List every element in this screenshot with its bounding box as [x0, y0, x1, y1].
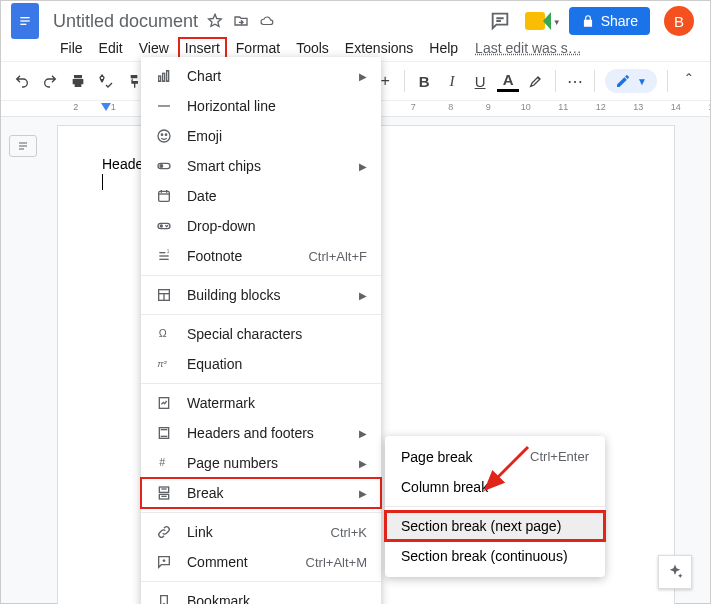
svg-point-17: [160, 225, 162, 227]
svg-rect-12: [159, 191, 170, 201]
break-icon: [155, 484, 173, 502]
svg-text:Ω: Ω: [159, 327, 167, 339]
insert-page-numbers[interactable]: #Page numbers▶: [141, 448, 381, 478]
menu-item-label: Date: [187, 188, 367, 204]
highlight-button[interactable]: [525, 70, 547, 92]
undo-icon[interactable]: [11, 70, 33, 92]
submenu-label: Section break (next page): [401, 518, 589, 534]
insert-headers-and-footers[interactable]: Headers and footers▶: [141, 418, 381, 448]
chart-icon: [155, 67, 173, 85]
insert-chart[interactable]: Chart▶: [141, 61, 381, 91]
pi-icon: π²: [155, 355, 173, 373]
chevron-right-icon: ▶: [359, 71, 367, 82]
share-button[interactable]: Share: [569, 7, 650, 35]
blocks-icon: [155, 286, 173, 304]
footnote-icon: 1: [155, 247, 173, 265]
italic-button[interactable]: I: [441, 70, 463, 92]
menu-shortcut: Ctrl+Alt+M: [306, 555, 367, 570]
insert-footnote[interactable]: 1FootnoteCtrl+Alt+F: [141, 241, 381, 271]
menu-item-label: Emoji: [187, 128, 367, 144]
insert-building-blocks[interactable]: Building blocks▶: [141, 280, 381, 310]
break-submenu: Page breakCtrl+EnterColumn breakSection …: [385, 436, 605, 577]
insert-date[interactable]: Date: [141, 181, 381, 211]
submenu-shortcut: Ctrl+Enter: [530, 449, 589, 465]
menu-shortcut: Ctrl+K: [331, 525, 367, 540]
insert-bookmark[interactable]: Bookmark: [141, 586, 381, 604]
explore-button[interactable]: [658, 555, 692, 589]
bold-button[interactable]: B: [413, 70, 435, 92]
menu-edit[interactable]: Edit: [92, 37, 130, 59]
submenu-label: Section break (continuous): [401, 548, 589, 564]
print-icon[interactable]: [67, 70, 89, 92]
insert-special-characters[interactable]: ΩSpecial characters: [141, 319, 381, 349]
insert-horizontal-line[interactable]: Horizontal line: [141, 91, 381, 121]
emoji-icon: [155, 127, 173, 145]
menu-item-label: Bookmark: [187, 593, 367, 604]
break-section-break-continuous-[interactable]: Section break (continuous): [385, 541, 605, 571]
hr-icon: [155, 97, 173, 115]
svg-point-11: [160, 165, 163, 168]
hash-icon: #: [155, 454, 173, 472]
menu-tools[interactable]: Tools: [289, 37, 336, 59]
star-icon[interactable]: [206, 12, 224, 30]
omega-icon: Ω: [155, 325, 173, 343]
menu-extensions[interactable]: Extensions: [338, 37, 420, 59]
docs-logo[interactable]: [11, 3, 39, 39]
date-icon: [155, 187, 173, 205]
menu-insert[interactable]: Insert: [178, 37, 227, 59]
insert-break[interactable]: Break▶: [141, 478, 381, 508]
dropdown-icon: [155, 217, 173, 235]
menu-item-label: Chart: [187, 68, 353, 84]
menu-file[interactable]: File: [53, 37, 90, 59]
insert-emoji[interactable]: Emoji: [141, 121, 381, 151]
menu-view[interactable]: View: [132, 37, 176, 59]
break-column-break[interactable]: Column break: [385, 472, 605, 502]
menu-item-label: Smart chips: [187, 158, 353, 174]
menu-item-label: Break: [187, 485, 353, 501]
break-page-break[interactable]: Page breakCtrl+Enter: [385, 442, 605, 472]
menu-format[interactable]: Format: [229, 37, 287, 59]
svg-rect-32: [159, 487, 168, 492]
comment-history-icon[interactable]: [489, 10, 511, 32]
menu-item-label: Drop-down: [187, 218, 367, 234]
cloud-icon[interactable]: [258, 12, 276, 30]
more-toolbar-icon[interactable]: ⋯: [564, 70, 586, 92]
insert-comment[interactable]: CommentCtrl+Alt+M: [141, 547, 381, 577]
menu-item-label: Page numbers: [187, 455, 353, 471]
comment-icon: [155, 553, 173, 571]
submenu-label: Page break: [401, 449, 530, 465]
svg-rect-0: [20, 17, 29, 18]
break-section-break-next-page-[interactable]: Section break (next page): [385, 511, 605, 541]
menu-shortcut: Ctrl+Alt+F: [308, 249, 367, 264]
meet-button[interactable]: ▼: [525, 9, 555, 33]
spellcheck-icon[interactable]: [95, 70, 117, 92]
insert-link[interactable]: LinkCtrl+K: [141, 517, 381, 547]
insert-menu-dropdown: Chart▶Horizontal lineEmojiSmart chips▶Da…: [141, 57, 381, 604]
menu-item-label: Comment: [187, 554, 306, 570]
insert-equation[interactable]: π²Equation: [141, 349, 381, 379]
insert-watermark[interactable]: Watermark: [141, 388, 381, 418]
insert-smart-chips[interactable]: Smart chips▶: [141, 151, 381, 181]
svg-rect-3: [159, 76, 161, 81]
account-avatar[interactable]: B: [664, 6, 694, 36]
editing-mode-button[interactable]: ▼: [605, 69, 657, 93]
menu-item-label: Equation: [187, 356, 367, 372]
svg-text:π²: π²: [157, 359, 167, 369]
redo-icon[interactable]: [39, 70, 61, 92]
last-edit-link[interactable]: Last edit was s…: [475, 40, 582, 56]
move-icon[interactable]: [232, 12, 250, 30]
document-title[interactable]: Untitled document: [53, 11, 198, 32]
menu-help[interactable]: Help: [422, 37, 465, 59]
insert-drop-down[interactable]: Drop-down: [141, 211, 381, 241]
text-color-button[interactable]: A: [497, 70, 519, 92]
svg-point-9: [165, 134, 166, 135]
chevron-right-icon: ▶: [359, 488, 367, 499]
hide-menus-icon[interactable]: ˆ: [678, 70, 700, 92]
menu-item-label: Headers and footers: [187, 425, 353, 441]
menu-item-label: Footnote: [187, 248, 308, 264]
outline-toggle-icon[interactable]: [9, 135, 37, 157]
svg-text:#: #: [159, 456, 165, 468]
watermark-icon: [155, 394, 173, 412]
underline-button[interactable]: U: [469, 70, 491, 92]
menu-item-label: Link: [187, 524, 331, 540]
